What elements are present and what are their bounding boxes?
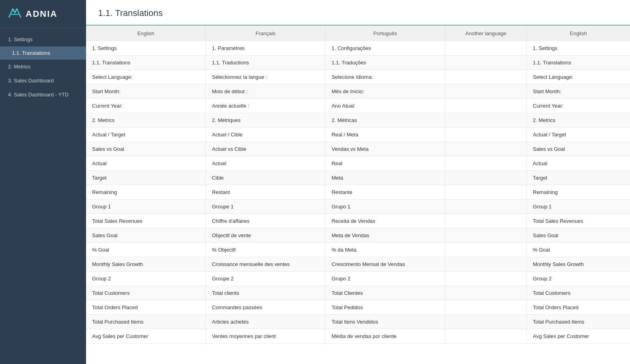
- table-cell: Monthly Sales Growth: [86, 257, 206, 272]
- table-cell: Articles achetés: [206, 315, 325, 329]
- table-cell: 2. Metrics: [527, 113, 630, 128]
- table-cell: Selecione Idioma:: [325, 70, 445, 84]
- table-cell: Croissance mensuelle des ventes: [206, 257, 325, 272]
- table-cell: 1.1. Translations: [86, 56, 206, 70]
- sidebar-item-settings[interactable]: 1. Settings: [0, 32, 86, 46]
- table-cell: [445, 171, 527, 185]
- table-cell: Target: [527, 171, 630, 185]
- table-cell: Total Clientes: [325, 286, 445, 300]
- table-row: Start Month:Mois de début :Mês de Início…: [86, 84, 630, 99]
- table-cell: [445, 272, 527, 286]
- table-cell: [445, 113, 527, 128]
- table-cell: Actual: [86, 156, 206, 171]
- table-cell: 1. Settings: [527, 41, 630, 56]
- sidebar: ADNIA 1. Settings 1.1. Translations 2. M…: [0, 0, 86, 364]
- table-cell: % Objectif: [206, 243, 325, 257]
- table-cell: Group 2: [527, 272, 630, 286]
- table-cell: Current Year:: [86, 99, 206, 113]
- sidebar-item-translations[interactable]: 1.1. Translations: [0, 46, 86, 60]
- table-body: 1. Settings1. Paramètres1. Configurações…: [86, 41, 630, 344]
- table-cell: % Goal: [86, 243, 206, 257]
- table-cell: Select Language:: [86, 70, 206, 84]
- table-cell: Select Language:: [527, 70, 630, 84]
- table-cell: Meta de Vendas: [325, 228, 445, 243]
- table-row: ActualActuelRealActual: [86, 156, 630, 171]
- table-cell: % da Meta: [325, 243, 445, 257]
- table-cell: 2. Métricas: [325, 113, 445, 128]
- translations-table-container[interactable]: English Français Português Another langu…: [86, 25, 630, 364]
- table-row: 1. Settings1. Paramètres1. Configurações…: [86, 41, 630, 56]
- table-cell: Total Sales Revenues: [86, 214, 206, 228]
- table-cell: Group 1: [527, 200, 630, 214]
- table-cell: [445, 84, 527, 99]
- sidebar-navigation: 1. Settings 1.1. Translations 2. Metrics…: [0, 28, 86, 364]
- table-cell: Group 1: [86, 200, 206, 214]
- table-cell: Actuel vs Cible: [206, 142, 325, 156]
- sidebar-item-sales-dashboard-ytd[interactable]: 4. Sales Dashboard - YTD: [0, 88, 86, 102]
- table-cell: Total Customers: [527, 286, 630, 300]
- main-content: 1.1. Translations English Français Portu…: [86, 0, 630, 364]
- table-cell: Actuel / Cible: [206, 128, 325, 142]
- table-cell: Cible: [206, 171, 325, 185]
- table-cell: Total Purchased Items: [527, 315, 630, 329]
- sidebar-item-sales-dashboard[interactable]: 3. Sales Dashboard: [0, 74, 86, 88]
- table-row: 1.1. Translations1.1. Traductions1.1. Tr…: [86, 56, 630, 70]
- table-cell: 1.1. Translations: [527, 56, 630, 70]
- table-cell: 1. Settings: [86, 41, 206, 56]
- table-row: Total Orders PlacedCommandes passéesTota…: [86, 300, 630, 315]
- table-cell: [445, 128, 527, 142]
- table-cell: Actual / Target: [527, 128, 630, 142]
- table-cell: Objectif de vente: [206, 228, 325, 243]
- table-cell: Start Month:: [527, 84, 630, 99]
- table-cell: Remaining: [527, 185, 630, 200]
- table-cell: Target: [86, 171, 206, 185]
- table-header-row: English Français Português Another langu…: [86, 25, 630, 41]
- table-cell: Group 2: [86, 272, 206, 286]
- table-cell: Ano Atual:: [325, 99, 445, 113]
- table-cell: Restante: [325, 185, 445, 200]
- table-cell: 2. Métriques: [206, 113, 325, 128]
- table-cell: Total Sales Revenues: [527, 214, 630, 228]
- table-cell: Current Year:: [527, 99, 630, 113]
- table-cell: [445, 243, 527, 257]
- table-cell: Média de vendas por cliente: [325, 329, 445, 344]
- table-cell: [445, 214, 527, 228]
- table-cell: [445, 300, 527, 315]
- col-header-portugues: Português: [325, 25, 445, 41]
- table-row: Group 1Groupe 1Grupo 1Group 1: [86, 200, 630, 214]
- adnia-logo-icon: [8, 7, 22, 21]
- table-cell: Actual: [527, 156, 630, 171]
- table-cell: Real / Meta: [325, 128, 445, 142]
- table-row: RemainingRestantRestanteRemaining: [86, 185, 630, 200]
- table-cell: Ventes moyennes par client: [206, 329, 325, 344]
- table-cell: [445, 315, 527, 329]
- table-cell: [445, 142, 527, 156]
- table-cell: 1. Configurações: [325, 41, 445, 56]
- table-cell: [445, 41, 527, 56]
- table-cell: Sales vs Goal: [527, 142, 630, 156]
- table-cell: Actuel: [206, 156, 325, 171]
- page-header: 1.1. Translations: [86, 0, 630, 25]
- table-cell: Chiffre d'affaires: [206, 214, 325, 228]
- table-cell: Receita de Vendas: [325, 214, 445, 228]
- translations-table: English Français Português Another langu…: [86, 25, 630, 344]
- col-header-english2: English: [527, 25, 630, 41]
- table-cell: % Goal: [527, 243, 630, 257]
- table-cell: [445, 200, 527, 214]
- table-cell: [445, 286, 527, 300]
- table-cell: Total Customers: [86, 286, 206, 300]
- table-cell: Start Month:: [86, 84, 206, 99]
- table-cell: [445, 56, 527, 70]
- table-cell: Grupo 1: [325, 200, 445, 214]
- table-cell: Total Orders Placed: [86, 300, 206, 315]
- col-header-english: English: [86, 25, 206, 41]
- table-cell: Avg Sales per Customer: [86, 329, 206, 344]
- table-row: Current Year:Année actuelle :Ano Atual:C…: [86, 99, 630, 113]
- table-cell: Année actuelle :: [206, 99, 325, 113]
- table-cell: [445, 99, 527, 113]
- sidebar-item-metrics[interactable]: 2. Metrics: [0, 60, 86, 74]
- table-cell: Sales Goal: [86, 228, 206, 243]
- table-cell: [445, 185, 527, 200]
- table-cell: 1.1. Traductions: [206, 56, 325, 70]
- table-row: Monthly Sales GrowthCroissance mensuelle…: [86, 257, 630, 272]
